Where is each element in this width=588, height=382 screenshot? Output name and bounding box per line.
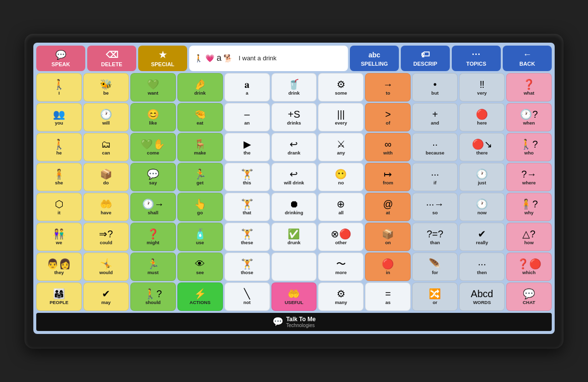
- grid-cell[interactable]: 👨‍👩‍👧PEOPLE: [36, 282, 82, 311]
- grid-cell[interactable]: ⊕all: [318, 193, 364, 221]
- grid-cell[interactable]: 🏃must: [130, 253, 176, 281]
- grid-cell[interactable]: 💬CHAT: [506, 282, 552, 311]
- grid-cell[interactable]: 😊like: [130, 103, 176, 131]
- grid-cell[interactable]: 🏃get: [177, 163, 223, 191]
- topics-button[interactable]: TOPICS: [452, 46, 501, 71]
- grid-cell[interactable]: 😶no: [318, 163, 364, 191]
- grid-cell[interactable]: @at: [365, 193, 411, 221]
- cell-label: it: [58, 210, 61, 215]
- grid-cell[interactable]: |||every: [318, 103, 364, 131]
- grid-cell[interactable]: ✔really: [459, 223, 505, 251]
- grid-cell[interactable]: ‼very: [459, 73, 505, 102]
- delete-button[interactable]: ⌫ DELETE: [87, 46, 136, 71]
- grid-cell[interactable]: 🚶?who: [506, 133, 552, 161]
- grid-cell[interactable]: 👨‍👩they: [36, 253, 82, 281]
- grid-cell[interactable]: ⏺drinking: [271, 193, 317, 221]
- grid-cell[interactable]: ↦from: [365, 163, 411, 191]
- special-button[interactable]: ★ SPECIAL: [138, 46, 187, 71]
- grid-cell[interactable]: ⚔any: [318, 133, 364, 161]
- grid-cell[interactable]: ✔may: [83, 282, 129, 311]
- grid-cell[interactable]: 🏋that: [224, 193, 270, 221]
- grid-cell[interactable]: >of: [365, 103, 411, 131]
- grid-cell[interactable]: ❓what: [506, 73, 552, 102]
- grid-cell[interactable]: +and: [412, 103, 458, 131]
- grid-cell[interactable]: ⬡it: [36, 193, 82, 221]
- grid-cell[interactable]: ↩will drink: [271, 163, 317, 191]
- grid-cell[interactable]: 🔴in: [365, 253, 411, 281]
- cell-label: just: [478, 180, 486, 185]
- grid-cell[interactable]: 💚want: [130, 73, 176, 102]
- grid-cell[interactable]: 🕐just: [459, 163, 505, 191]
- grid-cell[interactable]: ⇒?could: [83, 223, 129, 251]
- grid-cell[interactable]: 🪑make: [177, 133, 223, 161]
- grid-cell[interactable]: =as: [365, 282, 411, 311]
- grid-cell[interactable]: 🚶?should: [130, 282, 176, 311]
- grid-cell[interactable]: ❓🔴which: [506, 253, 552, 281]
- grid-cell[interactable]: 👫we: [36, 223, 82, 251]
- grid-cell[interactable]: ···if: [412, 163, 458, 191]
- grid-cell[interactable]: 🏋this: [224, 163, 270, 191]
- grid-cell[interactable]: △?how: [506, 223, 552, 251]
- grid-cell[interactable]: AbcdWORDS: [459, 282, 505, 311]
- grid-cell[interactable]: ⚙many: [318, 282, 364, 311]
- grid-cell[interactable]: ⚙some: [318, 73, 364, 102]
- grid-cell[interactable]: 🤲have: [83, 193, 129, 221]
- grid-cell[interactable]: 💬say: [130, 163, 176, 191]
- grid-cell[interactable]: 🪶for: [412, 253, 458, 281]
- grid-cell[interactable]: 🚶he: [36, 133, 82, 161]
- grid-cell[interactable]: ···→so: [412, 193, 458, 221]
- grid-cell[interactable]: 🏋these: [224, 223, 270, 251]
- grid-cell[interactable]: 🔴↘there: [459, 133, 505, 161]
- grid-cell[interactable]: ╲not: [224, 282, 270, 311]
- grid-cell[interactable]: ⚡ACTIONS: [177, 282, 223, 311]
- speak-button[interactable]: SPEAK: [36, 46, 85, 71]
- grid-cell[interactable]: +Sdrinks: [271, 103, 317, 131]
- grid-cell[interactable]: 🕐→shall: [130, 193, 176, 221]
- grid-cell[interactable]: 🥤drink: [271, 73, 317, 102]
- grid-cell[interactable]: 〜more: [318, 253, 364, 281]
- grid-cell[interactable]: 🧍?why: [506, 193, 552, 221]
- grid-cell[interactable]: 🗂can: [83, 133, 129, 161]
- grid-cell[interactable]: ↩drank: [271, 133, 317, 161]
- descrip-button[interactable]: 🏷 DESCRIP: [401, 46, 450, 71]
- grid-cell[interactable]: 🤸would: [83, 253, 129, 281]
- grid-cell[interactable]: 🕐now: [459, 193, 505, 221]
- grid-cell[interactable]: 🚶I: [36, 73, 82, 102]
- grid-cell[interactable]: ❓might: [130, 223, 176, 251]
- grid-cell[interactable]: ▶the: [224, 133, 270, 161]
- grid-cell[interactable]: –an: [224, 103, 270, 131]
- grid-cell[interactable]: 💚✋come: [130, 133, 176, 161]
- grid-cell[interactable]: 🤲USEFUL: [271, 282, 317, 311]
- grid-cell[interactable]: •but: [412, 73, 458, 102]
- grid-cell[interactable]: →to: [365, 73, 411, 102]
- back-button[interactable]: ← BACK: [503, 46, 552, 71]
- cell-icon: ▶: [244, 138, 251, 150]
- grid-cell[interactable]: 👁see: [177, 253, 223, 281]
- grid-cell[interactable]: 📦do: [83, 163, 129, 191]
- grid-cell[interactable]: ✅drunk: [271, 223, 317, 251]
- grid-cell[interactable]: 🐝be: [83, 73, 129, 102]
- cell-label: more: [335, 270, 346, 275]
- grid-cell[interactable]: 🕐?when: [506, 103, 552, 131]
- cell-icon: 🏋: [241, 198, 253, 210]
- grid-cell[interactable]: 🏋those: [224, 253, 270, 281]
- grid-cell[interactable]: 🤌drink: [177, 73, 223, 102]
- grid-cell[interactable]: ··because: [412, 133, 458, 161]
- grid-cell[interactable]: [271, 253, 317, 281]
- grid-cell[interactable]: 👥you: [36, 103, 82, 131]
- grid-cell[interactable]: 📦on: [365, 223, 411, 251]
- grid-cell[interactable]: ?=?than: [412, 223, 458, 251]
- grid-cell[interactable]: 👆go: [177, 193, 223, 221]
- grid-cell[interactable]: 🔴here: [459, 103, 505, 131]
- grid-cell[interactable]: 🧍she: [36, 163, 82, 191]
- grid-cell[interactable]: ⊗🔴other: [318, 223, 364, 251]
- spelling-button[interactable]: SPELLING: [350, 46, 399, 71]
- grid-cell[interactable]: ?→where: [506, 163, 552, 191]
- grid-cell[interactable]: 🤏eat: [177, 103, 223, 131]
- grid-cell[interactable]: 🧴use: [177, 223, 223, 251]
- grid-cell[interactable]: ···then: [459, 253, 505, 281]
- grid-cell[interactable]: 🔀or: [412, 282, 458, 311]
- grid-cell[interactable]: 🕐will: [83, 103, 129, 131]
- grid-cell[interactable]: ∞with: [365, 133, 411, 161]
- grid-cell[interactable]: 𝐚a: [224, 73, 270, 102]
